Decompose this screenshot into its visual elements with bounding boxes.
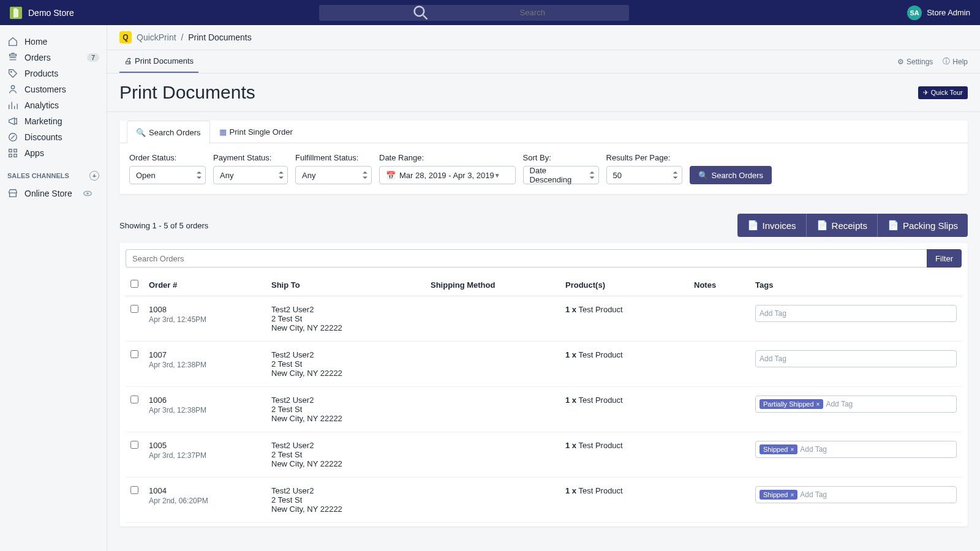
- apps-icon: [7, 148, 18, 159]
- filter-label: Payment Status:: [213, 153, 288, 162]
- document-icon: 📄: [747, 220, 759, 231]
- global-search-input[interactable]: [520, 8, 623, 17]
- sidebar-item-apps[interactable]: Apps: [0, 145, 107, 161]
- help-link[interactable]: ⓘHelp: [943, 56, 968, 67]
- row-checkbox[interactable]: [130, 350, 138, 358]
- order-number[interactable]: 1004: [149, 486, 262, 495]
- col-tags: Tags: [750, 274, 962, 296]
- global-search[interactable]: [319, 5, 629, 21]
- add-tag-placeholder: Add Tag: [800, 490, 827, 499]
- order-timestamp: Apr 2nd, 06:20PM: [149, 497, 262, 505]
- search-orders-button[interactable]: 🔍Search Orders: [690, 166, 772, 184]
- fulfillment-status-select[interactable]: Any: [295, 166, 372, 184]
- tag-chip[interactable]: Shipped×: [760, 490, 797, 500]
- row-checkbox[interactable]: [130, 305, 138, 313]
- order-status-select[interactable]: Open: [129, 166, 206, 184]
- inner-tab-print-single[interactable]: ▦Print Single Order: [210, 121, 302, 143]
- calendar-icon: 📅: [386, 171, 396, 180]
- person-icon: [7, 84, 18, 95]
- remove-tag-icon[interactable]: ×: [790, 492, 794, 498]
- top-bar: Demo Store SA Store Admin: [0, 0, 980, 25]
- orders-search-input[interactable]: [126, 249, 927, 268]
- filter-label: Order Status:: [129, 153, 206, 162]
- svg-line-1: [423, 15, 428, 19]
- receipts-button[interactable]: 📄Receipts: [806, 214, 877, 237]
- sidebar-item-online-store[interactable]: Online Store: [0, 186, 107, 201]
- sidebar-item-discounts[interactable]: Discounts: [0, 129, 107, 145]
- sidebar: Home Orders7 Products Customers Analytic…: [0, 25, 107, 551]
- order-number[interactable]: 1005: [149, 441, 262, 450]
- order-number[interactable]: 1008: [149, 305, 262, 314]
- date-range-picker[interactable]: 📅Mar 28, 2019 - Apr 3, 2019▼: [379, 166, 516, 184]
- order-number[interactable]: 1006: [149, 395, 262, 405]
- tag-input[interactable]: Add Tag: [755, 350, 957, 367]
- shopify-logo-icon: [10, 7, 22, 19]
- row-checkbox[interactable]: [130, 441, 138, 449]
- eye-icon[interactable]: [82, 188, 93, 199]
- order-timestamp: Apr 3rd, 12:45PM: [149, 315, 262, 324]
- sidebar-item-customers[interactable]: Customers: [0, 81, 107, 97]
- tag-input[interactable]: Partially Shipped×Add Tag: [755, 395, 957, 413]
- shipping-method: [426, 478, 560, 523]
- row-checkbox[interactable]: [130, 486, 138, 494]
- tag-chip[interactable]: Partially Shipped×: [760, 399, 823, 409]
- table-row: 1005Apr 3rd, 12:37PM Test2 User22 Test S…: [126, 432, 962, 478]
- svg-rect-5: [9, 149, 12, 152]
- tab-print-documents[interactable]: 🖨Print Documents: [119, 50, 198, 73]
- tag-input[interactable]: Add Tag: [755, 305, 957, 322]
- sidebar-item-label: Discounts: [24, 132, 62, 142]
- page-header: Print Documents ✈Quick Tour: [107, 73, 980, 112]
- store-name[interactable]: Demo Store: [28, 8, 74, 18]
- sales-channels-header: SALES CHANNELS+: [0, 161, 107, 186]
- filter-button[interactable]: Filter: [927, 249, 962, 268]
- filter-label: Results Per Page:: [606, 153, 682, 162]
- add-channel-icon[interactable]: +: [89, 171, 99, 181]
- user-avatar[interactable]: SA: [907, 6, 922, 20]
- products-cell: 1 x Test Product: [560, 387, 689, 432]
- products-cell: 1 x Test Product: [560, 296, 689, 342]
- quick-tour-button[interactable]: ✈Quick Tour: [918, 86, 968, 99]
- sidebar-item-orders[interactable]: Orders7: [0, 50, 107, 66]
- remove-tag-icon[interactable]: ×: [790, 446, 794, 453]
- row-checkbox[interactable]: [130, 395, 138, 403]
- invoices-button[interactable]: 📄Invoices: [737, 214, 806, 237]
- search-icon: 🔍: [698, 171, 708, 180]
- tag-input[interactable]: Shipped×Add Tag: [755, 486, 957, 503]
- tag-input[interactable]: Shipped×Add Tag: [755, 441, 957, 458]
- breadcrumb-app[interactable]: QuickPrint: [137, 32, 176, 42]
- svg-point-10: [86, 192, 89, 195]
- document-icon: 📄: [888, 220, 899, 231]
- svg-point-0: [414, 6, 424, 16]
- select-all-checkbox[interactable]: [130, 280, 138, 288]
- col-ship-to: Ship To: [266, 274, 426, 296]
- document-icon: ▦: [219, 127, 227, 137]
- col-notes: Notes: [689, 274, 750, 296]
- payment-status-select[interactable]: Any: [213, 166, 288, 184]
- settings-link[interactable]: ⚙Settings: [897, 56, 933, 67]
- sort-by-select[interactable]: Date Descending: [523, 166, 599, 184]
- chevron-down-icon: ▼: [494, 172, 500, 179]
- add-tag-placeholder: Add Tag: [760, 354, 786, 363]
- tag-chip[interactable]: Shipped×: [760, 444, 797, 454]
- search-icon: 🔍: [136, 128, 146, 137]
- filter-label: Date Range:: [379, 153, 516, 162]
- megaphone-icon: [7, 116, 18, 127]
- sidebar-item-products[interactable]: Products: [0, 66, 107, 81]
- tag-icon: [7, 68, 18, 79]
- chart-icon: [7, 100, 18, 111]
- store-icon: [7, 188, 18, 199]
- results-per-page-select[interactable]: 50: [606, 166, 682, 184]
- sidebar-item-home[interactable]: Home: [0, 34, 107, 50]
- packing-slips-button[interactable]: 📄Packing Slips: [877, 214, 968, 237]
- sidebar-item-analytics[interactable]: Analytics: [0, 97, 107, 113]
- order-number[interactable]: 1007: [149, 350, 262, 359]
- remove-tag-icon[interactable]: ×: [816, 401, 820, 408]
- inner-tab-search-orders[interactable]: 🔍Search Orders: [127, 121, 210, 143]
- shipping-method: [426, 387, 560, 432]
- user-name[interactable]: Store Admin: [927, 8, 970, 17]
- ship-to: Test2 User22 Test StNew City, NY 22222: [266, 296, 426, 342]
- document-icon: 📄: [816, 220, 828, 231]
- sidebar-item-marketing[interactable]: Marketing: [0, 113, 107, 129]
- app-icon: Q: [119, 31, 132, 43]
- filter-row: Order Status:Open Payment Status:Any Ful…: [119, 143, 968, 194]
